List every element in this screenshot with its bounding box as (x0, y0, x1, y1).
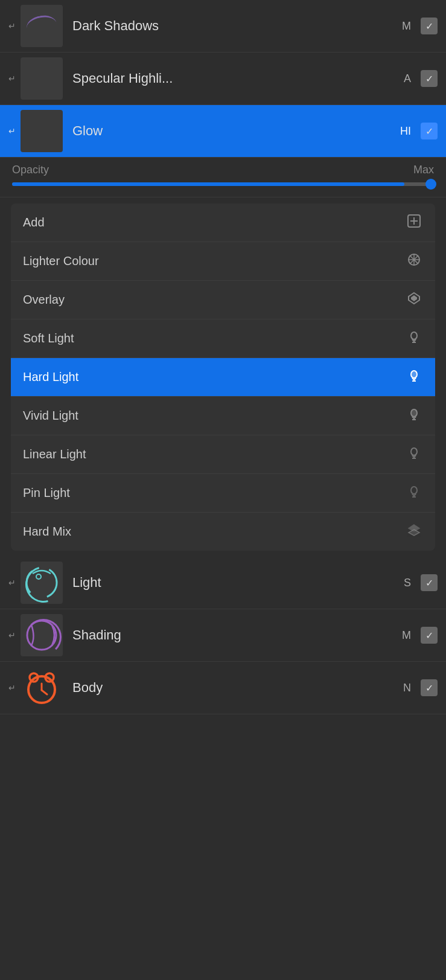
layer-mode-glow[interactable]: HI (400, 125, 411, 138)
blend-item-add[interactable]: Add (11, 203, 435, 242)
blend-icon-soft-light (405, 330, 423, 347)
blend-icon-hard-mix (405, 524, 423, 540)
bottom-layers-panel: ↵ Light S ✓ ↵ Shading M ✓ (0, 557, 446, 714)
layer-name-shading: Shading (72, 627, 402, 643)
blend-icon-add (405, 214, 423, 231)
blend-label-add: Add (23, 216, 405, 229)
layer-visibility-glow[interactable]: ✓ (421, 123, 438, 139)
blend-icon-pin-light (405, 485, 423, 501)
opacity-slider-thumb[interactable] (425, 179, 436, 190)
layer-visibility-light[interactable]: ✓ (421, 574, 438, 591)
opacity-section: Opacity Max (0, 158, 446, 197)
blend-item-hard-light[interactable]: Hard Light (11, 358, 435, 397)
blend-label-overlay: Overlay (23, 293, 405, 307)
opacity-slider-track[interactable] (12, 182, 434, 186)
layer-thumbnail-shading (21, 614, 63, 656)
layer-visibility-dark-shadows[interactable]: ✓ (421, 18, 438, 34)
blend-item-soft-light[interactable]: Soft Light (11, 319, 435, 358)
layer-visibility-shading[interactable]: ✓ (421, 627, 438, 644)
layer-collapse-arrow[interactable]: ↵ (8, 630, 16, 640)
svg-point-28 (27, 568, 57, 598)
layer-thumbnail-body (21, 667, 63, 709)
layer-name-specular-highlights: Specular Highli... (72, 71, 404, 86)
svg-marker-9 (411, 295, 417, 301)
layer-name-body: Body (72, 680, 403, 696)
layer-name-glow: Glow (72, 123, 400, 139)
check-icon: ✓ (425, 126, 433, 137)
layer-name-light: Light (72, 575, 404, 591)
blend-mode-list: Add Lighter Colour Overlay (11, 203, 435, 551)
blend-label-hard-light: Hard Light (23, 370, 405, 384)
blend-item-overlay[interactable]: Overlay (11, 281, 435, 319)
layer-mode-shading[interactable]: M (402, 629, 411, 642)
layer-collapse-arrow[interactable]: ↵ (8, 126, 16, 136)
check-icon: ✓ (425, 21, 433, 32)
blend-item-lighter-colour[interactable]: Lighter Colour (11, 242, 435, 281)
layer-collapse-arrow[interactable]: ↵ (8, 74, 16, 83)
svg-point-29 (36, 574, 41, 579)
check-icon: ✓ (425, 682, 433, 694)
blend-item-linear-light[interactable]: Linear Light (11, 435, 435, 474)
opacity-slider-fill (12, 182, 404, 186)
svg-point-10 (411, 332, 417, 339)
svg-point-17 (411, 409, 417, 417)
blend-icon-hard-light (405, 369, 423, 385)
layer-row-glow[interactable]: ↵ Glow HI ✓ (0, 105, 446, 158)
blend-label-soft-light: Soft Light (23, 331, 405, 345)
svg-line-35 (42, 690, 47, 694)
layers-panel: ↵ Dark Shadows M ✓ ↵ Specular Highli... … (0, 0, 446, 158)
svg-point-16 (411, 371, 417, 378)
opacity-value-label: Max (413, 164, 434, 176)
layer-row-specular-highlights[interactable]: ↵ Specular Highli... A ✓ (0, 53, 446, 105)
blend-item-vivid-light[interactable]: Vivid Light (11, 397, 435, 435)
blend-icon-overlay (405, 292, 423, 308)
svg-point-20 (411, 448, 417, 455)
layer-row-body[interactable]: ↵ Body N ✓ (0, 662, 446, 714)
svg-point-23 (411, 487, 417, 494)
blend-icon-lighter-colour (405, 253, 423, 269)
layer-name-dark-shadows: Dark Shadows (72, 18, 402, 34)
blend-label-linear-light: Linear Light (23, 447, 405, 461)
check-icon: ✓ (425, 577, 433, 589)
opacity-label: Opacity (12, 164, 49, 176)
layer-visibility-specular-highlights[interactable]: ✓ (421, 70, 438, 87)
layer-thumbnail-light (21, 562, 63, 604)
blend-item-pin-light[interactable]: Pin Light (11, 474, 435, 513)
layer-thumbnail-dark-shadows (21, 5, 63, 47)
layer-collapse-arrow[interactable]: ↵ (8, 683, 16, 693)
check-icon: ✓ (425, 73, 433, 85)
layer-collapse-arrow[interactable]: ↵ (8, 21, 16, 31)
layer-mode-light[interactable]: S (404, 577, 411, 589)
layer-row-light[interactable]: ↵ Light S ✓ (0, 557, 446, 609)
layer-thumbnail-specular-highlights (21, 57, 63, 100)
blend-label-pin-light: Pin Light (23, 486, 405, 500)
blend-icon-linear-light (405, 446, 423, 463)
check-icon: ✓ (425, 630, 433, 641)
layer-thumbnail-glow (21, 110, 63, 152)
svg-point-30 (27, 621, 56, 650)
blend-item-hard-mix[interactable]: Hard Mix (11, 513, 435, 551)
layer-mode-body[interactable]: N (403, 682, 411, 694)
svg-marker-27 (409, 530, 419, 536)
blend-icon-vivid-light (405, 408, 423, 424)
layer-visibility-body[interactable]: ✓ (421, 679, 438, 696)
layer-row-shading[interactable]: ↵ Shading M ✓ (0, 609, 446, 662)
opacity-header: Opacity Max (12, 164, 434, 176)
blend-label-hard-mix: Hard Mix (23, 525, 405, 539)
blend-label-lighter-colour: Lighter Colour (23, 254, 405, 268)
blend-label-vivid-light: Vivid Light (23, 409, 405, 423)
layer-collapse-arrow[interactable]: ↵ (8, 578, 16, 588)
layer-mode-dark-shadows[interactable]: M (402, 20, 411, 33)
layer-row-dark-shadows[interactable]: ↵ Dark Shadows M ✓ (0, 0, 446, 53)
layer-mode-specular-highlights[interactable]: A (404, 72, 411, 85)
